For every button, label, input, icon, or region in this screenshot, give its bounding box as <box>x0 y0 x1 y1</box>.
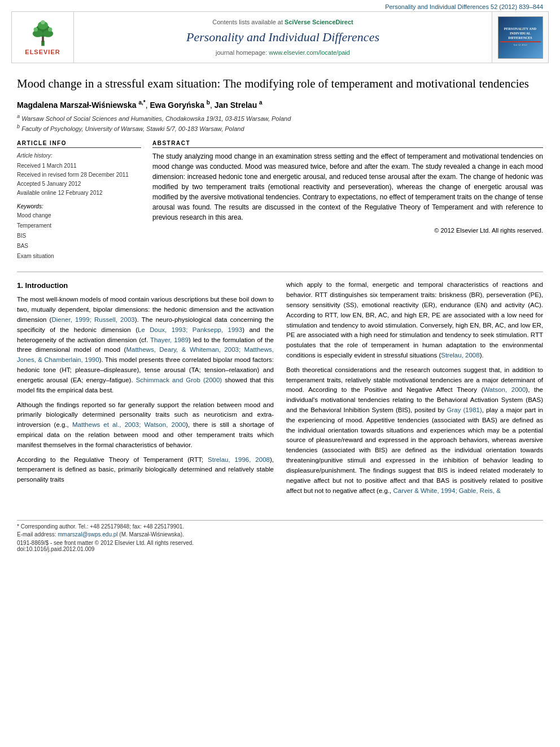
affiliation-b: b Faculty of Psychology, University of W… <box>17 123 543 133</box>
footnote-corresponding: * Corresponding author. Tel.: +48 225179… <box>17 523 543 530</box>
journal-title: Personality and Individual Differences <box>186 30 379 45</box>
journal-cover-thumbnail: PERSONALITY AND INDIVIDUAL DIFFERENCES V… <box>492 12 548 63</box>
svg-point-4 <box>43 30 53 37</box>
body-para-1: The most well-known models of mood conta… <box>17 295 274 395</box>
sciverse-prefix: Contents lists available at <box>212 19 283 25</box>
doi-line: doi:10.1016/j.paid.2012.01.009 <box>17 546 543 552</box>
ref-gray[interactable]: Gray (1981) <box>447 407 482 413</box>
keyword-3: BIS <box>17 231 141 241</box>
ref-strelau[interactable]: Strelau, 1996, 2008 <box>208 456 270 463</box>
keyword-1: Mood change <box>17 211 141 221</box>
journal-header: ELSEVIER Contents lists available at Sci… <box>11 11 549 63</box>
ref-matthews1[interactable]: Matthews, Deary, & Whiteman, 2003; Matth… <box>17 346 274 363</box>
email-suffix: (M. Marszał-Wiśniewska). <box>119 531 183 538</box>
affiliation-a: a Warsaw School of Social Sciences and H… <box>17 113 543 123</box>
journal-reference-bar: Personality and Individual Differences 5… <box>0 0 560 11</box>
article-info-column: ARTICLE INFO Article history: Received 1… <box>17 140 141 261</box>
abstract-copyright: © 2012 Elsevier Ltd. All rights reserved… <box>152 227 543 234</box>
ref-schimmack[interactable]: Schimmack and Grob (2000) <box>136 377 222 383</box>
sciverse-line: Contents lists available at SciVerse Sci… <box>212 19 353 25</box>
body-para-5: Both theoretical considerations and the … <box>286 365 543 496</box>
keyword-5: Exam situation <box>17 251 141 261</box>
info-abstract-section: ARTICLE INFO Article history: Received 1… <box>17 140 543 261</box>
abstract-text: The study analyzing mood change in an ex… <box>152 151 543 222</box>
copyright-line: 0191-8869/$ - see front matter © 2012 El… <box>17 540 543 546</box>
keywords-label: Keywords: <box>17 203 141 209</box>
abstract-column: ABSTRACT The study analyzing mood change… <box>152 140 543 261</box>
body-right-column: which apply to the formal, energetic and… <box>286 280 543 500</box>
ref-diener[interactable]: Diener, 1999; Russell, 2003 <box>51 316 134 323</box>
footnote-email: E-mail address: mmarszal@swps.edu.pl (M.… <box>17 531 543 538</box>
history-online: Available online 12 February 2012 <box>17 189 141 198</box>
email-label: E-mail address: <box>17 531 56 538</box>
ref-thayer[interactable]: Thayer, 1989 <box>150 337 189 343</box>
author-2: Ewa Goryńska b <box>150 101 210 110</box>
journal-header-center: Contents lists available at SciVerse Sci… <box>74 12 492 63</box>
body-text-section: 1. Introduction The most well-known mode… <box>17 280 543 500</box>
body-left-column: 1. Introduction The most well-known mode… <box>17 280 274 500</box>
article-history: Article history: Received 1 March 2011 R… <box>17 151 141 198</box>
journal-cover-image: PERSONALITY AND INDIVIDUAL DIFFERENCES V… <box>498 16 543 59</box>
email-address[interactable]: mmarszal@swps.edu.pl <box>58 531 119 538</box>
author-3: Jan Strelau a <box>215 101 262 110</box>
body-para-4: which apply to the formal, energetic and… <box>286 280 543 361</box>
elsevier-logo: ELSEVIER <box>25 19 60 55</box>
history-label: Article history: <box>17 151 141 160</box>
journal-homepage: journal homepage: www.elsevier.com/locat… <box>216 49 350 56</box>
keywords-section: Keywords: Mood change Temperament BIS BA… <box>17 203 141 261</box>
homepage-url[interactable]: www.elsevier.com/locate/paid <box>269 49 350 56</box>
sciverse-link[interactable]: SciVerse ScienceDirect <box>285 19 353 25</box>
ref-strelau2[interactable]: Strelau, 2008 <box>441 352 479 359</box>
elsevier-text: ELSEVIER <box>25 49 60 55</box>
ref-ledoux[interactable]: Le Doux, 1993; Panksepp, 1993 <box>138 326 242 333</box>
ref-watson[interactable]: Watson, 2000 <box>483 386 526 393</box>
keyword-4: BAS <box>17 241 141 251</box>
intro-section-title: 1. Introduction <box>17 280 274 291</box>
elsevier-tree-icon <box>26 19 60 47</box>
main-content: Mood change in a stressful exam situatio… <box>0 69 560 512</box>
author-1: Magdalena Marszał-Wiśniewska a,* <box>17 101 146 110</box>
body-para-2: Although the findings reported so far ge… <box>17 400 274 451</box>
section-divider <box>17 272 543 272</box>
body-para-3: According to the Regulative Theory of Te… <box>17 455 274 485</box>
elsevier-logo-container: ELSEVIER <box>12 12 74 63</box>
ref-carver[interactable]: Carver & White, 1994; Gable, Reis, & <box>393 487 500 494</box>
journal-reference: Personality and Individual Differences 5… <box>385 3 543 10</box>
history-received: Received 1 March 2011 <box>17 161 141 171</box>
page-footer: * Corresponding author. Tel.: +48 225179… <box>17 520 543 552</box>
footer-copyright: 0191-8869/$ - see front matter © 2012 El… <box>17 540 543 552</box>
ref-matthews2[interactable]: Matthews et al., 2003; Watson, 2000 <box>72 421 186 428</box>
keyword-2: Temperament <box>17 221 141 231</box>
svg-point-6 <box>33 28 37 32</box>
history-revised: Received in revised form 28 December 201… <box>17 171 141 180</box>
article-title: Mood change in a stressful exam situatio… <box>17 76 543 91</box>
history-accepted: Accepted 5 January 2012 <box>17 180 141 189</box>
homepage-label: journal homepage: <box>216 49 267 56</box>
article-info-header: ARTICLE INFO <box>17 140 141 148</box>
affiliations: a Warsaw School of Social Sciences and H… <box>17 113 543 133</box>
authors-line: Magdalena Marszał-Wiśniewska a,*, Ewa Go… <box>17 99 543 110</box>
svg-point-7 <box>48 28 52 32</box>
svg-point-3 <box>32 30 42 37</box>
svg-point-8 <box>41 20 45 24</box>
abstract-header: ABSTRACT <box>152 140 543 148</box>
keywords-list: Mood change Temperament BIS BAS Exam sit… <box>17 211 141 261</box>
